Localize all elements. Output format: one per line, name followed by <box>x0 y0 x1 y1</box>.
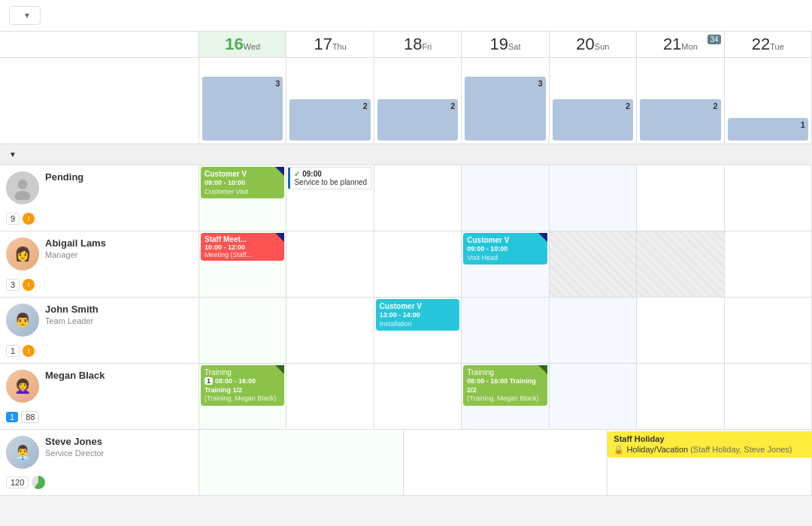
day-cell-0: Staff Meet... 10:00 - 12:00 Meeting (Sta… <box>199 231 286 297</box>
avatar <box>6 171 39 204</box>
event-sub: Installation <box>380 320 456 329</box>
staff-details: John Smith Team Leader <box>45 304 192 325</box>
avatar: 👨 <box>6 304 39 337</box>
training-label: Training <box>205 367 280 377</box>
day-cell-0 <box>199 298 286 363</box>
day-cell-0 <box>199 430 404 495</box>
staff-details: Abigail Lams Manager <box>45 237 192 259</box>
event-sub: Meeting (Staff... <box>205 251 280 258</box>
event-sub: Customer Visit <box>205 188 280 197</box>
staff-name: Abigail Lams <box>45 237 192 249</box>
corner-decoration <box>275 233 284 242</box>
training-block[interactable]: Training 08:00 - 16:00 Training 2/2 (Tra… <box>463 365 547 406</box>
day-cell-1 <box>404 430 608 495</box>
event-title: Staff Meet... <box>205 235 280 243</box>
event-time: 09:00 - 10:00 <box>467 245 543 254</box>
all-staff-header[interactable]: ▼ <box>0 144 812 165</box>
booking-count: 1 <box>801 120 805 129</box>
staff-name: Pending <box>45 171 192 183</box>
day-cell-2 <box>374 364 462 429</box>
day-cell-3: Customer V 09:00 - 10:00 Visit Head <box>462 231 549 297</box>
day-cell-4 <box>550 231 637 297</box>
day-number: 19 <box>489 35 508 53</box>
day-header-21[interactable]: 21Mon34 <box>637 32 724 57</box>
day-header-16[interactable]: 16Wed <box>199 32 286 57</box>
staff-meeting-block[interactable]: Staff Meet... 10:00 - 12:00 Meeting (Sta… <box>201 233 284 261</box>
event-title: Customer V <box>205 169 280 179</box>
chevron-down-icon: ▼ <box>23 11 31 20</box>
day-cell-1 <box>286 364 374 429</box>
day-cell-0: Customer V 09:00 - 10:00 Customer Visit <box>199 165 286 231</box>
day-cell-2 <box>374 231 462 297</box>
badge-warning: ! <box>23 213 35 225</box>
badge-number: 3 <box>6 279 20 291</box>
lock-icon: 🔒 <box>614 445 624 454</box>
day-name: Wed <box>244 42 260 51</box>
booking-count: 2 <box>363 101 368 110</box>
bookings-section: 3223221 <box>0 58 812 144</box>
staff-details: Pending <box>45 171 192 184</box>
staff-info: 👨John Smith Team Leader1! <box>0 298 199 363</box>
staff-role: Service Director <box>45 449 192 458</box>
booking-block: 3 <box>465 77 545 141</box>
day-cell-4 <box>550 364 637 429</box>
event-sub: Visit Head <box>467 254 543 263</box>
day-name: Sat <box>508 42 521 51</box>
badge-number: 120 <box>6 476 29 488</box>
booking-count: 3 <box>538 79 543 88</box>
service-block[interactable]: ✔ 09:00 Service to be planned <box>288 167 371 189</box>
bookings-label <box>0 58 199 144</box>
corner-decoration <box>538 233 547 242</box>
day-name: Thu <box>332 42 347 51</box>
day-header-20[interactable]: 20Sun <box>550 32 637 57</box>
day-cell-3: Training 08:00 - 16:00 Training 2/2 (Tra… <box>462 364 549 429</box>
staff-row: Pending 9! Customer V 09:00 - 10:00 Cust… <box>0 165 812 231</box>
day-cell-2 <box>374 165 462 231</box>
day-cell-6 <box>725 364 812 429</box>
day-number: 17 <box>314 35 332 53</box>
event-block[interactable]: Customer V 13:00 - 14:00 Installation <box>376 299 459 331</box>
staff-row: 👩Abigail Lams Manager3! Staff Meet... 10… <box>0 231 812 298</box>
event-block[interactable]: Customer V 09:00 - 10:00 Visit Head <box>463 233 547 265</box>
day-header-19[interactable]: 19Sat <box>462 32 549 57</box>
booking-block: 2 <box>377 99 458 141</box>
badge-warning: ! <box>23 345 35 357</box>
training-num: 1 <box>205 377 213 385</box>
svg-point-0 <box>18 180 28 189</box>
check-icon: ✔ <box>294 170 300 178</box>
booking-bar-1: 2 <box>286 58 374 144</box>
expand-icon: ▼ <box>9 150 17 159</box>
training-block[interactable]: Training 108:00 - 16:00 Training 1/2 (Tr… <box>201 365 284 406</box>
day-cell-5 <box>637 231 724 297</box>
total-bookings-dropdown[interactable]: ▼ <box>9 6 41 25</box>
day-cell-6 <box>725 231 812 297</box>
badge-number: 9 <box>6 213 20 225</box>
day-header-22[interactable]: 22Tue <box>725 32 812 57</box>
avatar: 👩‍🦱 <box>6 370 39 403</box>
booking-block: 2 <box>640 99 720 141</box>
day-cols-header: 16Wed17Thu18Fri19Sat20Sun21Mon3422Tue <box>199 32 812 57</box>
day-cell-5 <box>637 165 724 231</box>
day-header-18[interactable]: 18Fri <box>374 32 462 57</box>
event-time: 08:00 - 16:00 Training 2/2 <box>467 377 543 394</box>
booking-count: 2 <box>713 101 717 110</box>
day-cell-6 <box>725 298 812 363</box>
day-name: Fri <box>422 42 432 51</box>
day-cell-4 <box>550 298 637 363</box>
badge-number: 1 <box>6 345 20 357</box>
day-cell-6 <box>725 165 812 231</box>
holiday-sub: 🔒 Holiday/Vacation (Staff Holiday, Steve… <box>614 445 812 455</box>
day-name: Mon <box>681 42 697 51</box>
holiday-block[interactable]: Staff Holiday 🔒 Holiday/Vacation (Staff … <box>607 431 812 458</box>
badge-row: 188 <box>6 411 39 423</box>
booking-bar-3: 3 <box>462 58 549 144</box>
day-header-17[interactable]: 17Thu <box>286 32 374 57</box>
day-number: 20 <box>576 35 594 53</box>
booking-bar-5: 2 <box>637 58 724 144</box>
day-number: 22 <box>752 35 770 53</box>
day-number: 21 <box>663 35 681 53</box>
booking-bar-2: 2 <box>374 58 462 144</box>
service-time: ✔ 09:00 <box>294 170 367 178</box>
event-time: 10:00 - 12:00 <box>205 243 280 251</box>
event-block[interactable]: Customer V 09:00 - 10:00 Customer Visit <box>201 167 284 198</box>
